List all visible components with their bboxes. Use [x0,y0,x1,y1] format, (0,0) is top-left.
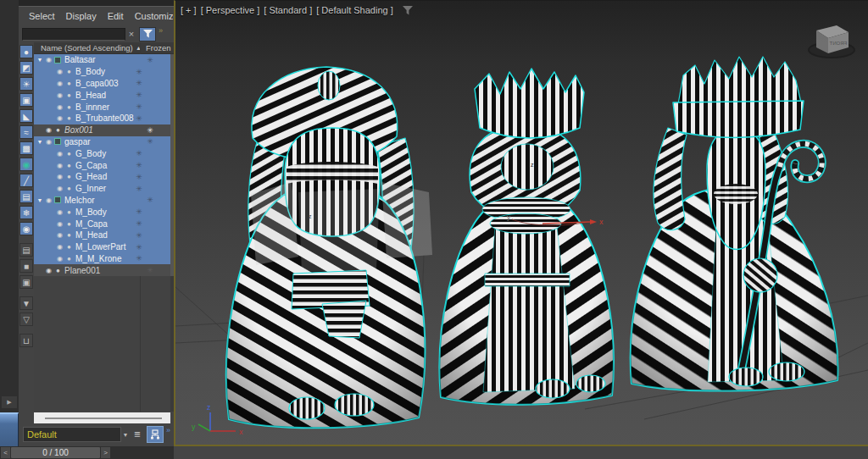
tree-row-M_Head[interactable]: ◉●M_Head✳ [34,230,170,241]
visibility-eye-icon[interactable]: ◉ [55,162,64,169]
tree-row-B_Head[interactable]: ◉●B_Head✳ [34,89,170,101]
frozen-toggle-icon[interactable]: ✳ [127,219,151,228]
menu-select[interactable]: Select [29,11,55,21]
tree-row-M_Body[interactable]: ◉●M_Body✳ [34,206,170,218]
previous-frame-button[interactable]: < [1,447,10,458]
hierarchy-mode-button[interactable] [147,426,164,443]
visibility-eye-icon[interactable]: ◉ [55,185,64,192]
tree-row-B_Trubante008[interactable]: ◉●B_Trubante008✳ [34,113,170,124]
pick-object-icon[interactable]: ▣ [19,275,33,289]
tree-row-G_Capa[interactable]: ◉●G_Capa✳ [34,159,170,171]
frozen-toggle-icon[interactable]: ✳ [127,91,151,99]
display-helpers-icon[interactable]: ◣ [19,109,33,123]
tree-row-M_Capa[interactable]: ◉●M_Capa✳ [34,218,170,230]
visibility-eye-icon[interactable]: ◉ [55,103,64,111]
tree-row-M_LowerPart[interactable]: ◉●M_LowerPart✳ [34,241,170,253]
menu-display[interactable]: Display [66,11,97,21]
preset-overflow-chevron[interactable]: » [166,426,170,434]
frozen-toggle-icon[interactable]: ✳ [138,137,162,146]
visibility-eye-icon[interactable]: ◉ [55,208,64,216]
model-baltasar[interactable]: z [226,67,432,428]
toolbar-overflow-chevron[interactable]: » [159,26,163,35]
display-lights-icon[interactable]: ☀ [19,77,33,91]
display-groups-icon[interactable]: ▩ [19,141,33,155]
viewport-filter-icon[interactable] [403,6,413,15]
sync-selection-icon[interactable]: ■ [19,259,33,273]
layer-explorer-icon[interactable]: ≣ [130,427,145,442]
visibility-eye-icon[interactable]: ◉ [44,196,53,204]
frozen-toggle-icon[interactable]: ✳ [127,243,151,252]
preset-dropdown[interactable]: Default [23,427,121,442]
tree-row-B_capa003[interactable]: ◉●B_capa003✳ [34,78,170,90]
filter-toggle-button[interactable] [139,27,156,41]
visibility-eye-icon[interactable]: ◉ [44,267,53,274]
frozen-toggle-icon[interactable]: ✳ [127,161,151,169]
frozen-toggle-icon[interactable]: ✳ [127,185,151,193]
frozen-toggle-icon[interactable]: ✳ [138,56,162,64]
display-shapes-icon[interactable]: ◩ [19,61,33,75]
visibility-eye-icon[interactable]: ◉ [55,255,64,263]
frozen-toggle-icon[interactable]: ✳ [127,231,151,240]
display-cameras-icon[interactable]: ▣ [19,93,33,107]
frozen-toggle-icon[interactable]: ✳ [127,207,151,216]
lock-cell-editing-icon[interactable]: ▤ [19,243,33,257]
model-melchor[interactable] [631,57,838,391]
tree-row-G_Body[interactable]: ◉●G_Body✳ [34,147,170,159]
visibility-eye-icon[interactable]: ◉ [44,56,53,64]
tree-horizontal-scrollbar[interactable] [34,412,170,423]
display-xrefs-icon[interactable]: ◉ [19,158,33,171]
tree-row-Box001[interactable]: ◉●Box001✳ [34,124,170,136]
visibility-eye-icon[interactable]: ◉ [55,231,64,239]
visibility-eye-icon[interactable]: ◉ [55,68,64,75]
viewport-menu-shading[interactable]: [ Default Shading ] [316,5,393,15]
tree-row-Plane001[interactable]: ◉●Plane001✳ [34,264,170,276]
visibility-eye-icon[interactable]: ◉ [44,138,53,146]
tree-row-Baltasar[interactable]: ▼◉Baltasar✳ [34,54,170,66]
expand-arrow-icon[interactable]: ▼ [36,57,44,63]
viewport-menu-pov[interactable]: [ Perspective ] [201,5,260,15]
visibility-eye-icon[interactable]: ◉ [55,150,64,158]
tree-row-M_M_Krone[interactable]: ◉●M_M_Krone✳ [34,253,170,265]
visibility-eye-icon[interactable]: ◉ [44,126,53,134]
time-slider-track[interactable]: 0 / 100 [11,447,100,458]
display-containers-icon[interactable]: ▤ [19,190,33,203]
viewport-menu-renderer[interactable]: [ Standard ] [264,5,312,15]
dock-expand-button[interactable]: ▶ [2,396,17,408]
model-gaspar[interactable]: z [439,69,613,405]
display-bones-icon[interactable]: ╱ [19,174,33,187]
configure-advanced-filter-icon[interactable]: ▼ [19,296,33,310]
tree-row-G_Head[interactable]: ◉●G_Head✳ [34,171,170,183]
frozen-toggle-icon[interactable]: ✳ [127,254,151,263]
visibility-eye-icon[interactable]: ◉ [55,243,64,251]
tree-row-G_Inner[interactable]: ◉●G_Inner✳ [34,183,170,195]
tree-row-B_Body[interactable]: ◉●B_Body✳ [34,66,170,78]
frozen-toggle-icon[interactable]: ✳ [127,173,151,181]
viewcube[interactable]: FRONT [804,14,860,67]
frozen-toggle-icon[interactable]: ✳ [127,102,151,111]
frozen-toggle-icon[interactable]: ✳ [127,79,151,87]
tree-header[interactable]: Name (Sorted Ascending) ▲ Frozen [34,42,174,54]
display-frozen-icon[interactable]: ❄ [19,206,33,219]
expand-arrow-icon[interactable]: ▼ [36,197,44,203]
tree-row-B_innner[interactable]: ◉●B_innner✳ [34,101,170,113]
frozen-toggle-icon[interactable]: ✳ [138,266,162,274]
tree-row-gaspar[interactable]: ▼◉gaspar✳ [34,136,170,148]
select-container-icon[interactable]: ⊔ [19,334,33,347]
visibility-eye-icon[interactable]: ◉ [55,114,64,122]
search-input[interactable] [22,28,125,41]
preset-dropdown-arrow-icon[interactable]: ▼ [121,432,130,438]
viewport-menu-general[interactable]: [ + ] [181,5,197,15]
filter-presets-icon[interactable]: ▽ [19,312,33,326]
frozen-column-header[interactable]: Frozen [144,43,171,53]
next-frame-button[interactable]: > [101,447,110,458]
frozen-toggle-icon[interactable]: ✳ [138,196,162,204]
name-column-header[interactable]: Name (Sorted Ascending) [41,43,136,53]
perspective-viewport[interactable]: z z [174,0,868,446]
frozen-toggle-icon[interactable]: ✳ [138,126,162,135]
visibility-eye-icon[interactable]: ◉ [55,220,64,228]
display-hidden-icon[interactable]: ◉ [19,222,33,235]
expand-arrow-icon[interactable]: ▼ [36,139,44,145]
visibility-eye-icon[interactable]: ◉ [55,91,64,99]
display-geometry-icon[interactable]: ● [19,45,33,58]
frozen-toggle-icon[interactable]: ✳ [127,114,151,123]
